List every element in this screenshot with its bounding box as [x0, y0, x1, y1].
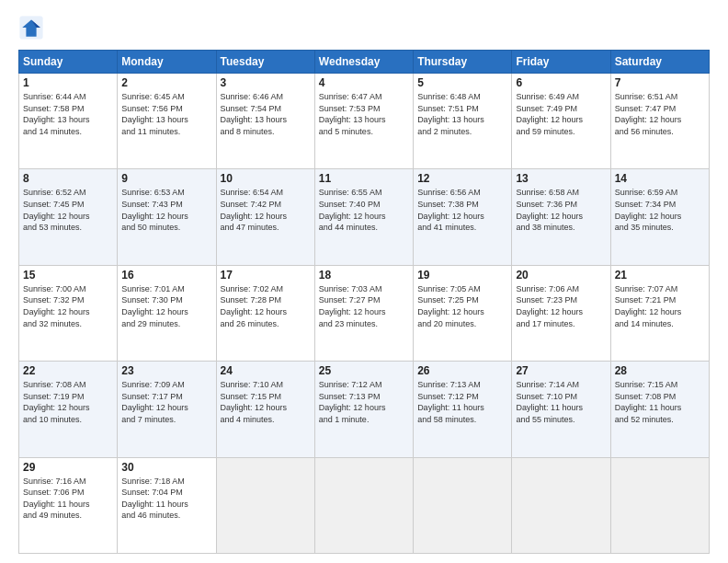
day-info: Sunrise: 7:18 AM Sunset: 7:04 PM Dayligh… [121, 476, 211, 522]
weekday-header-thursday: Thursday [414, 51, 512, 74]
calendar-week-3: 15Sunrise: 7:00 AM Sunset: 7:32 PM Dayli… [19, 265, 710, 361]
calendar-cell [610, 457, 709, 553]
day-info: Sunrise: 6:58 AM Sunset: 7:36 PM Dayligh… [516, 187, 606, 233]
day-info: Sunrise: 7:07 AM Sunset: 7:21 PM Dayligh… [615, 283, 705, 329]
calendar-cell: 15Sunrise: 7:00 AM Sunset: 7:32 PM Dayli… [19, 265, 118, 361]
day-info: Sunrise: 6:44 AM Sunset: 7:58 PM Dayligh… [23, 91, 113, 137]
day-info: Sunrise: 7:02 AM Sunset: 7:28 PM Dayligh… [221, 283, 311, 329]
day-number: 22 [23, 364, 113, 377]
day-info: Sunrise: 6:56 AM Sunset: 7:38 PM Dayligh… [417, 187, 507, 233]
day-info: Sunrise: 7:13 AM Sunset: 7:12 PM Dayligh… [417, 379, 507, 425]
day-number: 5 [417, 76, 507, 89]
calendar-cell [414, 457, 512, 553]
day-info: Sunrise: 7:12 AM Sunset: 7:13 PM Dayligh… [319, 379, 409, 425]
calendar-cell: 2Sunrise: 6:45 AM Sunset: 7:56 PM Daylig… [118, 74, 216, 169]
day-info: Sunrise: 7:16 AM Sunset: 7:06 PM Dayligh… [23, 476, 113, 522]
day-number: 27 [516, 364, 606, 377]
logo-icon [18, 15, 44, 40]
day-number: 7 [615, 76, 705, 89]
calendar-cell: 26Sunrise: 7:13 AM Sunset: 7:12 PM Dayli… [414, 362, 512, 457]
calendar-week-5: 29Sunrise: 7:16 AM Sunset: 7:06 PM Dayli… [19, 457, 710, 553]
day-info: Sunrise: 6:46 AM Sunset: 7:54 PM Dayligh… [221, 91, 311, 137]
day-number: 9 [121, 172, 211, 185]
day-number: 30 [121, 461, 211, 474]
day-number: 23 [121, 364, 211, 377]
calendar-cell: 11Sunrise: 6:55 AM Sunset: 7:40 PM Dayli… [314, 169, 413, 265]
calendar-cell: 27Sunrise: 7:14 AM Sunset: 7:10 PM Dayli… [512, 362, 610, 457]
day-number: 21 [615, 269, 705, 282]
calendar-cell: 8Sunrise: 6:52 AM Sunset: 7:45 PM Daylig… [19, 169, 118, 265]
day-number: 12 [417, 172, 507, 185]
day-info: Sunrise: 6:53 AM Sunset: 7:43 PM Dayligh… [121, 187, 211, 233]
day-number: 8 [23, 172, 113, 185]
weekday-header-tuesday: Tuesday [216, 51, 314, 74]
day-info: Sunrise: 7:01 AM Sunset: 7:30 PM Dayligh… [121, 283, 211, 329]
logo [18, 15, 48, 40]
calendar-cell: 21Sunrise: 7:07 AM Sunset: 7:21 PM Dayli… [610, 265, 709, 361]
calendar-cell: 4Sunrise: 6:47 AM Sunset: 7:53 PM Daylig… [314, 74, 413, 169]
day-number: 6 [516, 76, 606, 89]
calendar-cell: 7Sunrise: 6:51 AM Sunset: 7:47 PM Daylig… [610, 74, 709, 169]
calendar-week-2: 8Sunrise: 6:52 AM Sunset: 7:45 PM Daylig… [19, 169, 710, 265]
calendar-cell: 25Sunrise: 7:12 AM Sunset: 7:13 PM Dayli… [314, 362, 413, 457]
calendar-cell: 9Sunrise: 6:53 AM Sunset: 7:43 PM Daylig… [118, 169, 216, 265]
day-info: Sunrise: 6:52 AM Sunset: 7:45 PM Dayligh… [23, 187, 113, 233]
day-number: 25 [319, 364, 409, 377]
calendar-cell: 10Sunrise: 6:54 AM Sunset: 7:42 PM Dayli… [216, 169, 314, 265]
calendar-cell: 24Sunrise: 7:10 AM Sunset: 7:15 PM Dayli… [216, 362, 314, 457]
day-number: 1 [23, 76, 113, 89]
day-number: 19 [417, 269, 507, 282]
day-info: Sunrise: 7:05 AM Sunset: 7:25 PM Dayligh… [417, 283, 507, 329]
calendar-cell: 5Sunrise: 6:48 AM Sunset: 7:51 PM Daylig… [414, 74, 512, 169]
day-info: Sunrise: 7:10 AM Sunset: 7:15 PM Dayligh… [221, 379, 311, 425]
weekday-header-saturday: Saturday [610, 51, 709, 74]
header [18, 15, 710, 40]
day-info: Sunrise: 6:51 AM Sunset: 7:47 PM Dayligh… [615, 91, 705, 137]
calendar-cell: 29Sunrise: 7:16 AM Sunset: 7:06 PM Dayli… [19, 457, 118, 553]
day-info: Sunrise: 6:59 AM Sunset: 7:34 PM Dayligh… [615, 187, 705, 233]
day-info: Sunrise: 6:54 AM Sunset: 7:42 PM Dayligh… [221, 187, 311, 233]
day-number: 24 [221, 364, 311, 377]
weekday-header-friday: Friday [512, 51, 610, 74]
day-number: 3 [221, 76, 311, 89]
day-info: Sunrise: 7:03 AM Sunset: 7:27 PM Dayligh… [319, 283, 409, 329]
day-info: Sunrise: 7:00 AM Sunset: 7:32 PM Dayligh… [23, 283, 113, 329]
day-number: 18 [319, 269, 409, 282]
day-info: Sunrise: 6:49 AM Sunset: 7:49 PM Dayligh… [516, 91, 606, 137]
day-number: 15 [23, 269, 113, 282]
calendar-cell: 17Sunrise: 7:02 AM Sunset: 7:28 PM Dayli… [216, 265, 314, 361]
day-number: 17 [221, 269, 311, 282]
day-number: 13 [516, 172, 606, 185]
weekday-header-monday: Monday [118, 51, 216, 74]
day-number: 29 [23, 461, 113, 474]
calendar-table: SundayMondayTuesdayWednesdayThursdayFrid… [18, 50, 710, 554]
weekday-header-wednesday: Wednesday [314, 51, 413, 74]
day-info: Sunrise: 7:15 AM Sunset: 7:08 PM Dayligh… [615, 379, 705, 425]
day-number: 14 [615, 172, 705, 185]
calendar-cell: 6Sunrise: 6:49 AM Sunset: 7:49 PM Daylig… [512, 74, 610, 169]
page: SundayMondayTuesdayWednesdayThursdayFrid… [0, 0, 728, 563]
day-number: 2 [121, 76, 211, 89]
day-number: 16 [121, 269, 211, 282]
day-info: Sunrise: 7:14 AM Sunset: 7:10 PM Dayligh… [516, 379, 606, 425]
calendar-cell: 3Sunrise: 6:46 AM Sunset: 7:54 PM Daylig… [216, 74, 314, 169]
calendar-week-1: 1Sunrise: 6:44 AM Sunset: 7:58 PM Daylig… [19, 74, 710, 169]
calendar-cell: 23Sunrise: 7:09 AM Sunset: 7:17 PM Dayli… [118, 362, 216, 457]
calendar-cell: 18Sunrise: 7:03 AM Sunset: 7:27 PM Dayli… [314, 265, 413, 361]
calendar-cell [216, 457, 314, 553]
calendar-cell: 19Sunrise: 7:05 AM Sunset: 7:25 PM Dayli… [414, 265, 512, 361]
calendar-cell: 13Sunrise: 6:58 AM Sunset: 7:36 PM Dayli… [512, 169, 610, 265]
calendar-header-row: SundayMondayTuesdayWednesdayThursdayFrid… [19, 51, 710, 74]
day-info: Sunrise: 6:55 AM Sunset: 7:40 PM Dayligh… [319, 187, 409, 233]
calendar-cell: 22Sunrise: 7:08 AM Sunset: 7:19 PM Dayli… [19, 362, 118, 457]
day-number: 10 [221, 172, 311, 185]
weekday-header-sunday: Sunday [19, 51, 118, 74]
day-number: 11 [319, 172, 409, 185]
day-number: 4 [319, 76, 409, 89]
calendar-cell: 1Sunrise: 6:44 AM Sunset: 7:58 PM Daylig… [19, 74, 118, 169]
day-info: Sunrise: 6:48 AM Sunset: 7:51 PM Dayligh… [417, 91, 507, 137]
calendar-cell: 30Sunrise: 7:18 AM Sunset: 7:04 PM Dayli… [118, 457, 216, 553]
calendar-cell [314, 457, 413, 553]
calendar-cell: 12Sunrise: 6:56 AM Sunset: 7:38 PM Dayli… [414, 169, 512, 265]
calendar-cell: 20Sunrise: 7:06 AM Sunset: 7:23 PM Dayli… [512, 265, 610, 361]
